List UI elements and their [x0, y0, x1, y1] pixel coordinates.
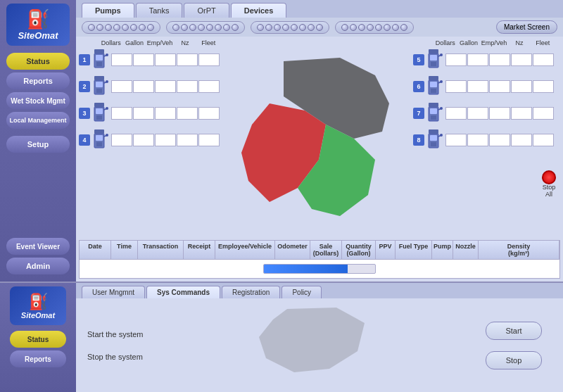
table-header: Date Time Transaction Receipt Employee/V… [80, 241, 559, 260]
pump-column-left: Dollars Gallon Emp/Veh Nz Fleet 1 [79, 39, 220, 234]
indicator-dot [257, 24, 264, 31]
start-button[interactable]: Start [486, 322, 542, 340]
pump-column-right: Dollars Gallon Emp/Veh Nz Fleet 5 [413, 39, 554, 234]
pump-3-fields [111, 107, 220, 120]
svg-rect-13 [96, 108, 103, 114]
indicator-dot [299, 24, 306, 31]
pump-5-icon [427, 48, 443, 70]
indicator-dot [400, 24, 407, 31]
indicator-dot [181, 24, 188, 31]
indicator-dot [189, 24, 196, 31]
indicator-dot [384, 24, 391, 31]
pump-row-1: 1 [79, 48, 220, 72]
svg-point-28 [440, 53, 443, 56]
bottom-sidebar-reports[interactable]: Reports [10, 350, 66, 367]
pump-1-icon [93, 48, 108, 70]
indicator-group-3 [251, 21, 329, 34]
sidebar-item-wetstock[interactable]: Wet Stock Mgmt [6, 92, 70, 109]
pump-5-badge: 5 [413, 54, 424, 65]
svg-rect-26 [431, 62, 436, 66]
indicator-dot [96, 24, 103, 31]
svg-point-34 [440, 80, 443, 83]
indicator-dot [122, 24, 129, 31]
pump-8-icon [427, 128, 443, 151]
svg-rect-38 [431, 115, 436, 120]
pump-1-badge: 1 [79, 54, 90, 65]
svg-rect-11 [94, 76, 104, 80]
svg-rect-44 [431, 142, 436, 146]
svg-rect-20 [96, 142, 102, 146]
indicator-dot [105, 24, 112, 31]
svg-rect-14 [96, 115, 102, 120]
indicator-dot [223, 24, 230, 31]
indicator-dot [291, 24, 298, 31]
stop-button[interactable]: Stop [486, 351, 542, 369]
svg-point-16 [106, 107, 108, 110]
bottom-tab-bar: User Mngmnt Sys Commands Registration Po… [76, 283, 563, 298]
market-screen-button[interactable]: Market Screen [496, 20, 557, 34]
indicator-dot [350, 24, 357, 31]
pump-6-icon [427, 75, 443, 97]
tab-pumps[interactable]: Pumps [82, 3, 134, 18]
pump-1-fields [111, 53, 220, 66]
sidebar-item-status[interactable]: Status [6, 53, 70, 70]
indicator-dot [147, 24, 154, 31]
bottom-map [245, 302, 386, 379]
svg-rect-23 [94, 129, 104, 134]
bottom-sidebar: ⛽ SiteOmat Status Reports [0, 283, 76, 392]
bottom-logo: ⛽ SiteOmat [10, 286, 66, 325]
indicator-group-1 [82, 21, 160, 34]
bottom-btn-col: Start Stop [486, 322, 542, 369]
tab-devices[interactable]: Devices [231, 3, 287, 18]
stop-all-icon [542, 170, 556, 184]
pump-5-fields [445, 53, 554, 66]
tab-tanks[interactable]: Tanks [136, 3, 183, 18]
svg-rect-2 [96, 62, 102, 66]
indicator-dot [215, 24, 222, 31]
bottom-tab-registration[interactable]: Registration [222, 286, 280, 298]
bottom-tab-policy[interactable]: Policy [282, 286, 322, 298]
sidebar-item-local[interactable]: Local Management [6, 112, 70, 129]
indicator-dot [172, 24, 179, 31]
sidebar-item-reports[interactable]: Reports [6, 72, 70, 89]
pump-7-badge: 7 [413, 108, 424, 119]
indicator-dot [282, 24, 289, 31]
tab-orpt[interactable]: OrPT [184, 3, 229, 18]
indicator-dot [375, 24, 382, 31]
indicator-dot [88, 24, 95, 31]
sidebar-item-setup[interactable]: Setup [6, 136, 70, 153]
progress-bar [263, 264, 376, 274]
pump-2-fields [111, 80, 220, 93]
indicator-dot [130, 24, 137, 31]
svg-rect-31 [430, 82, 437, 87]
indicator-dot [367, 24, 374, 31]
indicator-dot [392, 24, 399, 31]
indicator-dot [113, 24, 120, 31]
indicator-dot [198, 24, 205, 31]
sidebar-item-admin[interactable]: Admin [6, 258, 70, 274]
svg-rect-37 [430, 108, 437, 114]
svg-rect-17 [94, 103, 104, 107]
indicator-dot [232, 24, 239, 31]
bottom-tab-syscommands[interactable]: Sys Commands [146, 286, 220, 298]
indicator-dot [274, 24, 281, 31]
transaction-table: Date Time Transaction Receipt Employee/V… [79, 240, 560, 279]
bottom-tab-user[interactable]: User Mngmnt [82, 286, 145, 298]
pump-4-icon [93, 128, 108, 151]
svg-rect-32 [431, 89, 436, 93]
pump-row-2: 2 [79, 75, 220, 99]
pump-header-left: Dollars Gallon Emp/Veh Nz Fleet [79, 39, 220, 46]
pump-header-right: Dollars Gallon Emp/Veh Nz Fleet [413, 39, 554, 46]
sidebar-item-eventviewer[interactable]: Event Viewer [6, 238, 70, 255]
pump-4-badge: 4 [79, 134, 90, 146]
pump-row-4: 4 [79, 128, 220, 152]
svg-rect-19 [96, 135, 103, 141]
pump-7-fields [445, 107, 554, 120]
svg-rect-41 [429, 103, 438, 107]
pump-2-icon [93, 75, 108, 97]
svg-point-22 [106, 134, 108, 137]
svg-point-46 [440, 134, 443, 137]
bottom-sidebar-status[interactable]: Status [10, 331, 66, 348]
stop-all-button[interactable]: StopAll [542, 170, 556, 198]
indicator-dot [358, 24, 365, 31]
